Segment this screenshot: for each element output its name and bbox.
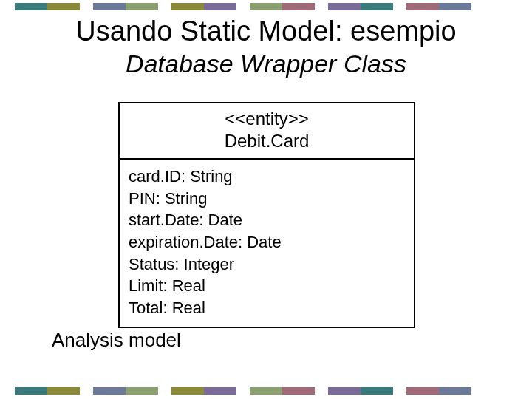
decorative-bottom-band — [0, 387, 532, 395]
uml-attributes: card.ID: String PIN: String start.Date: … — [120, 160, 414, 327]
slide-title: Usando Static Model: esempio — [0, 16, 532, 47]
uml-attribute: card.ID: String — [129, 166, 405, 188]
uml-attribute: start.Date: Date — [129, 209, 405, 231]
slide-caption: Analysis model — [52, 329, 181, 352]
uml-class-box: <<entity>> Debit.Card card.ID: String PI… — [118, 102, 415, 328]
slide-subtitle: Database Wrapper Class — [0, 50, 532, 78]
uml-attribute: Total: Real — [129, 297, 405, 319]
uml-stereotype: <<entity>> — [126, 108, 408, 130]
uml-attribute: expiration.Date: Date — [129, 231, 405, 253]
uml-attribute: PIN: String — [129, 188, 405, 210]
decorative-top-band — [0, 3, 532, 10]
uml-class-header: <<entity>> Debit.Card — [120, 103, 414, 160]
uml-class-name: Debit.Card — [126, 130, 408, 152]
uml-attribute: Status: Integer — [129, 253, 405, 276]
uml-attribute: Limit: Real — [129, 275, 405, 297]
